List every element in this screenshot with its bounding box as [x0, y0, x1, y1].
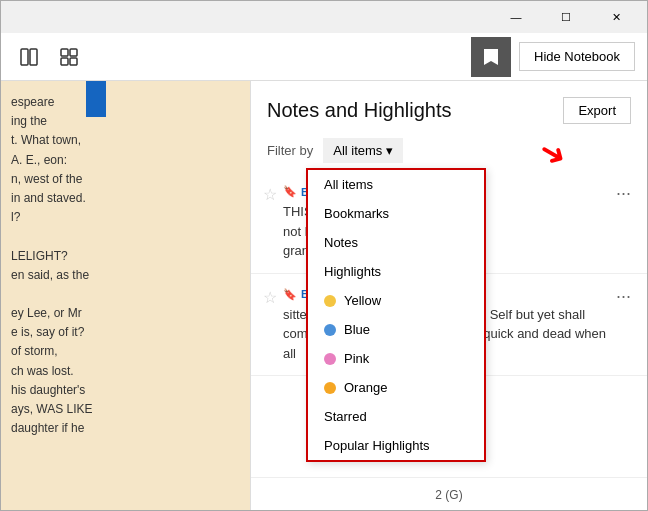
blue-color-dot [324, 324, 336, 336]
svg-rect-0 [21, 49, 28, 65]
filter-option-bookmarks[interactable]: Bookmarks [308, 199, 484, 228]
filter-option-pink[interactable]: Pink [308, 344, 484, 373]
filter-dropdown-button[interactable]: All items ▾ [323, 138, 403, 163]
notebook-bookmark-icon[interactable] [471, 37, 511, 77]
maximize-button[interactable]: ☐ [543, 2, 589, 32]
filter-option-orange[interactable]: Orange [308, 373, 484, 402]
orange-color-dot [324, 382, 336, 394]
pagination: 2 (G) [251, 477, 647, 511]
dropdown-arrow-icon: ▾ [386, 143, 393, 158]
bookmark-icon-1: 🔖 [283, 185, 297, 198]
filter-option-popular[interactable]: Popular Highlights [308, 431, 484, 460]
book-bookmark [86, 81, 106, 117]
filter-value-label: All items [333, 143, 382, 158]
svg-rect-2 [61, 49, 68, 56]
filter-by-label: Filter by [267, 143, 313, 158]
red-arrow-indicator: ➜ [532, 130, 574, 176]
notes-title: Notes and Highlights [267, 99, 452, 122]
notes-header: Notes and Highlights Export [251, 81, 647, 132]
filter-option-highlights[interactable]: Highlights [308, 257, 484, 286]
title-bar: — ☐ ✕ [1, 1, 647, 33]
layout-grid-button[interactable] [53, 41, 85, 73]
filter-dropdown-menu: All items Bookmarks Notes Highlights Yel… [306, 168, 486, 462]
close-button[interactable]: ✕ [593, 2, 639, 32]
svg-rect-4 [61, 58, 68, 65]
bookmark-icon-2: 🔖 [283, 288, 297, 301]
svg-rect-5 [70, 58, 77, 65]
filter-option-starred[interactable]: Starred [308, 402, 484, 431]
toolbar: Hide Notebook [1, 33, 647, 81]
yellow-color-dot [324, 295, 336, 307]
export-button[interactable]: Export [563, 97, 631, 124]
svg-rect-1 [30, 49, 37, 65]
notes-panel: Notes and Highlights Export Filter by Al… [251, 81, 647, 511]
book-panel: espeare ing the t. What town, A. E., eon… [1, 81, 251, 511]
filter-bar: Filter by All items ▾ ➜ All items Bookma… [251, 132, 647, 171]
minimize-button[interactable]: — [493, 2, 539, 32]
star-icon-2[interactable]: ☆ [263, 286, 277, 307]
more-options-icon-2[interactable]: ··· [616, 286, 631, 307]
west-of-the-text: n, west of the [11, 172, 82, 186]
star-icon-1[interactable]: ☆ [263, 183, 277, 204]
book-text: espeare ing the t. What town, A. E., eon… [11, 93, 240, 438]
filter-option-notes[interactable]: Notes [308, 228, 484, 257]
hide-notebook-button[interactable]: Hide Notebook [519, 42, 635, 71]
svg-rect-3 [70, 49, 77, 56]
layout-single-button[interactable] [13, 41, 45, 73]
filter-option-all-items[interactable]: All items [308, 170, 484, 199]
more-options-icon-1[interactable]: ··· [616, 183, 631, 204]
main-layout: espeare ing the t. What town, A. E., eon… [1, 81, 647, 511]
filter-option-yellow[interactable]: Yellow [308, 286, 484, 315]
filter-option-blue[interactable]: Blue [308, 315, 484, 344]
pink-color-dot [324, 353, 336, 365]
